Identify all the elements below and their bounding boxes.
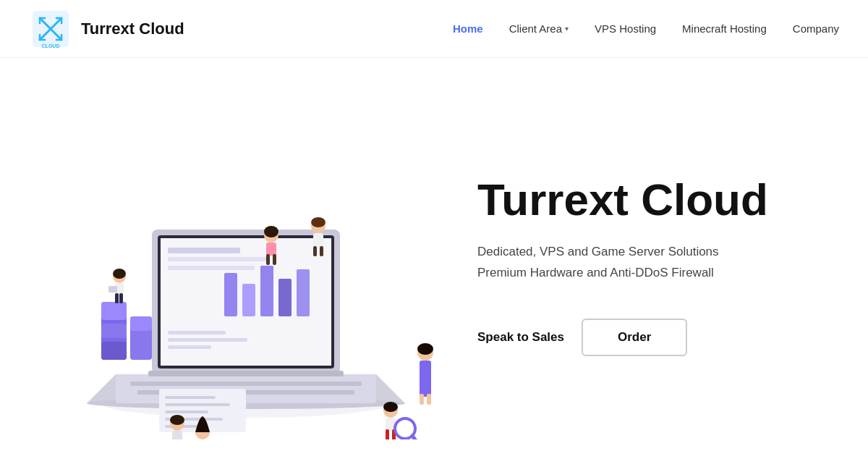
nav-item-vps[interactable]: VPS Hosting: [595, 22, 656, 35]
navbar: CLOUD Turrext Cloud Home Client Area ▾ V…: [0, 0, 868, 58]
hero-subtitle-line2: Premium Hardware and Anti-DDoS Firewall: [477, 266, 714, 279]
svg-point-57: [417, 343, 433, 355]
svg-rect-26: [101, 302, 127, 320]
nav-link-company[interactable]: Company: [793, 22, 839, 35]
svg-rect-16: [278, 279, 292, 316]
svg-point-64: [383, 402, 398, 412]
nav-link-client-area[interactable]: Client Area: [509, 22, 562, 35]
svg-text:CLOUD: CLOUD: [42, 43, 60, 49]
hero-buttons: Speak to Sales Order: [477, 319, 839, 356]
hero-subtitle: Dedicated, VPS and Game Server Solutions…: [477, 242, 839, 284]
svg-rect-52: [109, 286, 117, 292]
svg-rect-45: [320, 246, 323, 256]
svg-rect-71: [172, 431, 182, 439]
svg-rect-24: [148, 371, 344, 376]
nav-item-minecraft[interactable]: Minecraft Hosting: [682, 22, 767, 35]
svg-rect-55: [420, 394, 424, 405]
svg-rect-54: [420, 361, 431, 397]
nav-links: Home Client Area ▾ VPS Hosting Minecraft…: [453, 22, 839, 35]
hero-text: Turrext Cloud Dedicated, VPS and Game Se…: [434, 175, 839, 356]
svg-rect-15: [260, 266, 273, 316]
nav-link-home[interactable]: Home: [453, 22, 483, 35]
svg-rect-28: [101, 342, 127, 360]
svg-rect-12: [168, 266, 255, 270]
svg-rect-38: [266, 243, 276, 256]
logo-area[interactable]: CLOUD Turrext Cloud: [29, 7, 184, 51]
speak-to-sales-button[interactable]: Speak to Sales: [477, 321, 564, 353]
order-button[interactable]: Order: [582, 319, 687, 356]
nav-link-vps[interactable]: VPS Hosting: [595, 22, 656, 35]
svg-rect-49: [115, 293, 119, 303]
svg-rect-13: [224, 273, 237, 316]
logo-text: Turrext Cloud: [81, 20, 184, 38]
nav-dropdown-client-area[interactable]: Client Area ▾: [509, 22, 569, 35]
svg-point-41: [264, 226, 278, 237]
svg-rect-60: [386, 429, 389, 439]
svg-rect-22: [130, 382, 362, 386]
svg-rect-19: [168, 338, 247, 342]
svg-rect-11: [168, 257, 269, 261]
nav-item-client-area[interactable]: Client Area ▾: [509, 22, 569, 35]
svg-line-63: [412, 436, 420, 439]
hero-subtitle-line1: Dedicated, VPS and Game Server Solutions: [477, 245, 719, 258]
nav-item-home[interactable]: Home: [453, 22, 483, 35]
svg-rect-40: [273, 254, 276, 265]
svg-point-46: [311, 217, 326, 227]
svg-rect-32: [165, 396, 216, 399]
svg-rect-18: [168, 331, 226, 334]
svg-rect-27: [101, 324, 127, 338]
logo-icon: CLOUD: [29, 7, 72, 51]
svg-rect-50: [119, 293, 123, 303]
hero-title: Turrext Cloud: [477, 175, 839, 224]
svg-rect-56: [427, 394, 431, 405]
svg-rect-34: [165, 410, 208, 413]
nav-item-company[interactable]: Company: [793, 22, 839, 35]
chevron-down-icon: ▾: [565, 25, 569, 33]
svg-rect-10: [168, 248, 240, 253]
hero-svg: [58, 92, 434, 439]
svg-rect-33: [165, 403, 230, 406]
svg-rect-17: [297, 269, 310, 316]
svg-rect-44: [313, 246, 317, 256]
nav-link-minecraft[interactable]: Minecraft Hosting: [682, 22, 767, 35]
svg-rect-30: [130, 316, 152, 331]
hero-illustration: [58, 92, 434, 439]
main-content: Turrext Cloud Dedicated, VPS and Game Se…: [0, 58, 868, 459]
svg-rect-14: [242, 284, 255, 316]
svg-rect-39: [266, 254, 270, 265]
svg-rect-43: [313, 233, 323, 248]
svg-point-74: [170, 415, 184, 425]
svg-point-51: [113, 269, 126, 279]
svg-rect-20: [168, 345, 211, 349]
